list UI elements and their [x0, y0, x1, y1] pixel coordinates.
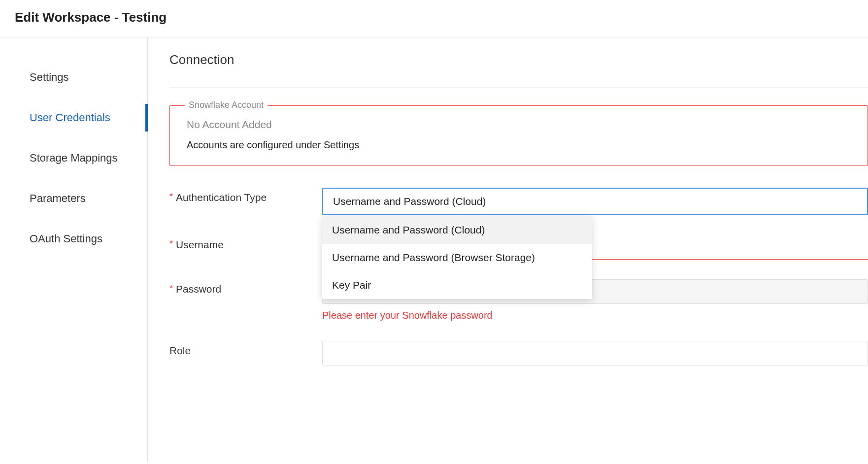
auth-type-option-browser-storage[interactable]: Username and Password (Browser Storage)	[322, 244, 592, 271]
password-error: Please enter your Snowflake password	[322, 310, 868, 321]
account-hint-text: Accounts are configured under Settings	[187, 139, 851, 151]
auth-type-option-cloud[interactable]: Username and Password (Cloud)	[322, 216, 592, 244]
option-label: Username and Password (Browser Storage)	[332, 252, 535, 263]
username-label-wrap: *Username	[169, 235, 322, 251]
sidebar-item-label: Settings	[30, 71, 69, 83]
no-account-text: No Account Added	[187, 119, 851, 131]
sidebar-item-settings[interactable]: Settings	[30, 57, 147, 98]
password-label-wrap: *Password	[169, 279, 322, 295]
page-header: Edit Workspace - Testing	[0, 0, 868, 37]
section-divider	[169, 87, 868, 88]
auth-type-option-key-pair[interactable]: Key Pair	[322, 271, 592, 299]
auth-type-value: Username and Password (Cloud)	[333, 196, 486, 207]
sidebar-item-label: OAuth Settings	[30, 232, 102, 245]
auth-type-label: Authentication Type	[176, 192, 267, 203]
username-label: Username	[176, 239, 224, 250]
role-label: Role	[169, 345, 191, 356]
snowflake-account-legend: Snowflake Account	[185, 100, 267, 110]
sidebar-item-label: Storage Mappings	[30, 152, 118, 164]
page-title: Edit Workspace - Testing	[15, 10, 853, 25]
snowflake-account-box: Snowflake Account No Account Added Accou…	[169, 105, 868, 166]
auth-type-label-wrap: *Authentication Type	[169, 188, 322, 203]
section-title: Connection	[169, 52, 868, 67]
option-label: Username and Password (Cloud)	[332, 224, 485, 235]
required-star: *	[169, 239, 173, 249]
sidebar-item-storage-mappings[interactable]: Storage Mappings	[30, 138, 147, 178]
sidebar-item-label: Parameters	[30, 192, 86, 204]
sidebar-item-label: User Credentials	[30, 111, 110, 124]
sidebar-item-oauth-settings[interactable]: OAuth Settings	[30, 219, 147, 259]
role-input[interactable]	[322, 341, 868, 365]
sidebar-item-user-credentials[interactable]: User Credentials	[30, 98, 147, 138]
auth-type-select[interactable]: Username and Password (Cloud)	[322, 188, 868, 215]
role-label-wrap: Role	[169, 341, 322, 357]
required-star: *	[169, 283, 173, 293]
auth-type-dropdown: Username and Password (Cloud) Username a…	[322, 216, 592, 299]
password-label: Password	[176, 283, 221, 295]
sidebar: Settings User Credentials Storage Mappin…	[0, 37, 148, 462]
sidebar-item-parameters[interactable]: Parameters	[30, 178, 147, 219]
main-content: Connection Snowflake Account No Account …	[148, 37, 868, 462]
required-star: *	[169, 192, 173, 201]
content-wrapper: Settings User Credentials Storage Mappin…	[0, 37, 868, 462]
role-row: Role	[169, 341, 868, 365]
role-control	[322, 341, 868, 365]
auth-type-control: Username and Password (Cloud) Username a…	[322, 188, 868, 215]
option-label: Key Pair	[332, 279, 371, 291]
auth-type-row: *Authentication Type Username and Passwo…	[169, 188, 868, 215]
